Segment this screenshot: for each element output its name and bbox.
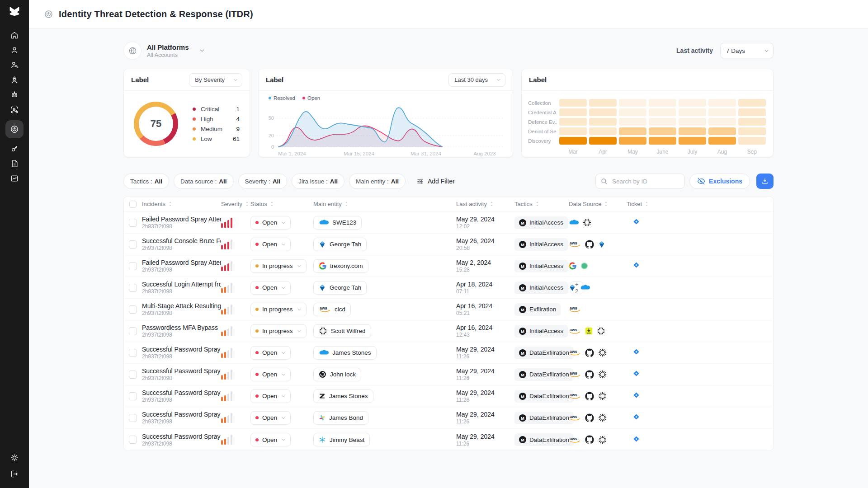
select-all-checkbox[interactable] [129, 201, 137, 208]
row-checkbox[interactable] [129, 371, 137, 379]
last-activity-select[interactable]: 7 Days [720, 43, 774, 58]
row-checkbox[interactable] [129, 262, 137, 270]
platform-selector[interactable]: All Platforms All Accounts [123, 42, 205, 60]
row-checkbox[interactable] [129, 392, 137, 400]
jira-ticket-icon[interactable] [633, 218, 640, 225]
row-checkbox[interactable] [129, 219, 137, 227]
row-checkbox[interactable] [129, 240, 137, 249]
table-row[interactable]: Successful Console Brute Force 2h937t2t0… [124, 234, 773, 255]
row-checkbox[interactable] [129, 414, 137, 422]
incident-title[interactable]: Successful Password Spray [142, 389, 221, 396]
status-dropdown[interactable]: In progress [250, 259, 307, 273]
main-entity-chip[interactable]: George Tah [313, 238, 367, 251]
status-dropdown[interactable]: Open [250, 238, 291, 251]
row-checkbox[interactable] [129, 305, 137, 314]
main-entity-chip[interactable]: SWE123 [313, 216, 362, 230]
sidebar-item-key[interactable] [5, 143, 24, 155]
filter-chip-severity[interactable]: Severity :All [238, 174, 288, 189]
trend-card-dropdown[interactable]: Last 30 days [448, 73, 505, 87]
main-entity-chip[interactable]: trexony.com [313, 259, 368, 273]
brand-logo-icon[interactable] [8, 6, 21, 19]
table-row[interactable]: Multi-Stage Attack Resulting in a Co... … [124, 299, 773, 320]
main-entity-chip[interactable]: Scott Wilfred [313, 324, 371, 338]
status-dropdown[interactable]: Open [250, 281, 291, 295]
incident-title[interactable]: Failed Password Spray Attempt [142, 216, 221, 223]
column-header-ticket[interactable]: Ticket [627, 201, 773, 207]
severity-bars [221, 370, 250, 380]
column-header-last-activity[interactable]: Last activity [456, 201, 514, 207]
incident-title[interactable]: Successful Password Spray [142, 411, 221, 418]
row-checkbox[interactable] [129, 349, 137, 357]
column-header-main-entity[interactable]: Main entity [313, 201, 456, 207]
main-entity-chip[interactable]: George Tah [313, 281, 367, 295]
incident-title[interactable]: Successful Password Spray [142, 346, 221, 353]
jira-ticket-icon[interactable] [633, 348, 640, 355]
table-row[interactable]: Successful Password Spray 2h937t2t098 Op… [124, 407, 773, 429]
incident-title[interactable]: Successful Password Spray [142, 367, 221, 375]
column-header-severity[interactable]: Severity [221, 201, 250, 207]
sidebar-item-radar[interactable] [5, 120, 24, 138]
table-row[interactable]: Failed Password Spray Attempt 2h937t2t09… [124, 212, 773, 234]
jira-ticket-icon[interactable] [633, 413, 640, 420]
sidebar-item-document[interactable] [5, 158, 24, 169]
jira-ticket-icon[interactable] [633, 370, 640, 377]
exclusions-button[interactable]: Exclusions [689, 174, 750, 189]
sidebar-item-identity-key[interactable] [5, 59, 24, 71]
filter-chip-data-source[interactable]: Data source :All [174, 174, 234, 189]
jira-ticket-icon[interactable] [633, 262, 640, 268]
incident-title[interactable]: Multi-Stage Attack Resulting in a Co... [142, 302, 221, 310]
table-row[interactable]: Successful Login Attempt from Tor 2h937t… [124, 277, 773, 299]
status-dropdown[interactable]: Open [250, 433, 291, 446]
severity-card-dropdown[interactable]: By Severity [189, 73, 242, 87]
main-entity-chip[interactable]: Jimmy Beast [313, 433, 370, 446]
table-row[interactable]: Successful Password Spray 2h937t2t098 Op… [124, 429, 773, 450]
table-row[interactable]: Successful Password Spray 2h937t2t098 Op… [124, 342, 773, 364]
sidebar-item-spy[interactable] [5, 74, 24, 86]
status-dropdown[interactable]: In progress [250, 303, 307, 316]
table-row[interactable]: Passwordless MFA Bypass 2h937t2t098 In p… [124, 320, 773, 342]
status-dropdown[interactable]: Open [250, 389, 291, 403]
incident-title[interactable]: Passwordless MFA Bypass [142, 324, 221, 331]
jira-ticket-icon[interactable] [633, 392, 640, 399]
sidebar-item-entity-scan[interactable] [5, 104, 24, 116]
row-checkbox[interactable] [129, 284, 137, 292]
column-header-status[interactable]: Status [250, 201, 313, 207]
main-entity-chip[interactable]: awscicd [313, 303, 351, 316]
sidebar-item-user[interactable] [5, 44, 24, 56]
sidebar-item-chart[interactable] [5, 173, 24, 184]
row-checkbox[interactable] [129, 327, 137, 335]
sidebar-item-home[interactable] [5, 29, 24, 41]
add-filter-button[interactable]: Add Filter [414, 177, 458, 186]
row-checkbox[interactable] [129, 436, 137, 444]
sidebar-item-robot[interactable] [5, 89, 24, 101]
jira-ticket-icon[interactable] [633, 436, 640, 442]
incident-title[interactable]: Failed Password Spray Attempt [142, 259, 221, 266]
table-row[interactable]: Successful Password Spray 2h937t2t098 Op… [124, 385, 773, 407]
export-button[interactable] [756, 174, 774, 189]
column-header-data-source[interactable]: Data Source [569, 201, 627, 207]
sidebar-item-logout[interactable] [5, 468, 24, 480]
status-dropdown[interactable]: Open [250, 368, 291, 381]
filter-chip-jira-issue[interactable]: Jira issue :All [292, 174, 344, 189]
incident-title[interactable]: Successful Login Attempt from Tor [142, 281, 221, 288]
column-header-incidents[interactable]: Incidents [142, 201, 221, 207]
filter-chip-main-entity[interactable]: Main entity :All [349, 174, 406, 189]
main-entity-chip[interactable]: James Stones [313, 389, 373, 403]
table-row[interactable]: Failed Password Spray Attempt 2h937t2t09… [124, 255, 773, 277]
status-dropdown[interactable]: Open [250, 411, 291, 425]
main-entity-chip[interactable]: James Stones [313, 346, 377, 360]
table-row[interactable]: Successful Password Spray 2h937t2t098 Op… [124, 364, 773, 385]
heatmap-cell [559, 118, 587, 126]
status-dropdown[interactable]: Open [250, 346, 291, 360]
incident-title[interactable]: Successful Console Brute Force [142, 237, 221, 244]
search-input[interactable] [611, 178, 680, 185]
filter-chip-tactics[interactable]: Tactics :All [123, 174, 169, 189]
column-header-tactics[interactable]: Tactics [514, 201, 569, 207]
main-entity-chip[interactable]: John lock [313, 368, 361, 381]
heatmap-row-label: Collection [528, 100, 557, 106]
status-dropdown[interactable]: Open [250, 216, 291, 230]
sidebar-item-gear[interactable] [5, 452, 24, 464]
main-entity-chip[interactable]: James Bond [313, 411, 368, 425]
incident-title[interactable]: Successful Password Spray [142, 433, 221, 440]
status-dropdown[interactable]: In progress [250, 324, 307, 338]
